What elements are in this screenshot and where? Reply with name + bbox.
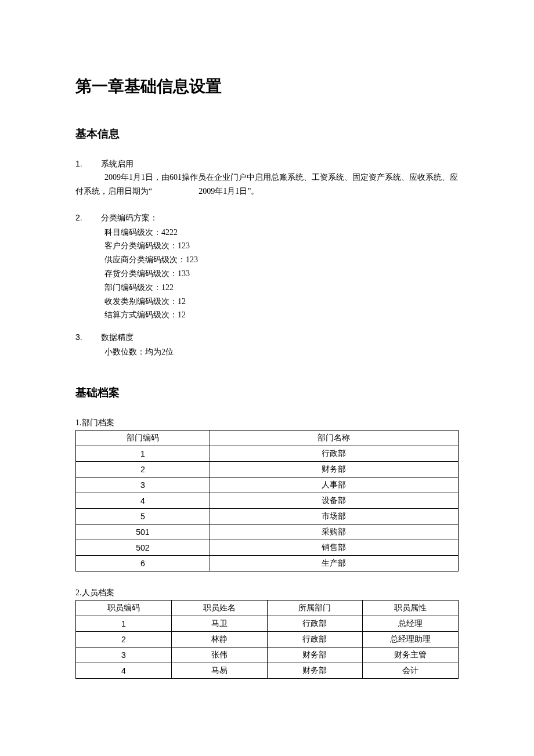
paragraph-text-mid: 2009年1月1日”。	[199, 187, 259, 196]
dept-name: 采购部	[210, 524, 458, 540]
item-paragraph: 2009年1月1日，由601操作员在企业门户中启用总账系统、工资系统、固定资产系…	[75, 171, 459, 198]
staff-code: 4	[76, 663, 172, 678]
staff-code: 1	[76, 616, 172, 631]
item-label: 数据精度	[101, 333, 134, 342]
staff-code: 2	[76, 631, 172, 647]
staff-role: 总经理助理	[363, 631, 459, 647]
staff-code: 3	[76, 647, 172, 663]
coding-line: 科目编码级次：4222	[104, 226, 459, 240]
coding-lines: 科目编码级次：4222 客户分类编码级次：123 供应商分类编码级次：123 存…	[104, 226, 459, 323]
table-title-department: 1.部门档案	[75, 418, 459, 428]
coding-line: 结算方式编码级次：12	[104, 308, 459, 322]
staff-dept: 行政部	[267, 616, 363, 631]
staff-dept: 财务部	[267, 647, 363, 663]
dept-code: 2	[76, 461, 210, 477]
dept-name: 财务部	[210, 461, 458, 477]
dept-code: 501	[76, 524, 210, 540]
staff-table: 职员编码 职员姓名 所属部门 职员属性 1 马卫 行政部 总经理 2 林静 行政…	[75, 600, 459, 679]
section-basic-archive-title: 基础档案	[75, 385, 459, 400]
staff-dept: 行政部	[267, 631, 363, 647]
dept-code: 3	[76, 477, 210, 493]
chapter-title: 第一章基础信息设置	[75, 75, 459, 97]
staff-dept: 财务部	[267, 663, 363, 678]
table-row: 6生产部	[76, 555, 459, 571]
item-number: 2.	[75, 213, 99, 222]
staff-role: 会计	[363, 663, 459, 678]
dept-code: 1	[76, 446, 210, 461]
staff-role: 总经理	[363, 616, 459, 631]
table-row: 1 马卫 行政部 总经理	[76, 616, 459, 631]
table-row: 5市场部	[76, 508, 459, 524]
table-header: 职员属性	[363, 600, 459, 616]
list-item-precision: 3. 数据精度 小数位数：均为2位	[75, 332, 459, 359]
dept-name: 人事部	[210, 477, 458, 493]
table-row: 501采购部	[76, 524, 459, 540]
staff-name: 马易	[171, 663, 267, 678]
table-header: 部门编码	[76, 430, 210, 446]
staff-role: 财务主管	[363, 647, 459, 663]
dept-name: 生产部	[210, 555, 458, 571]
staff-name: 马卫	[171, 616, 267, 631]
table-header: 职员编码	[76, 600, 172, 616]
table-row: 4 马易 财务部 会计	[76, 663, 459, 678]
dept-code: 4	[76, 493, 210, 508]
list-item-system-start: 1. 系统启用 2009年1月1日，由601操作员在企业门户中启用总账系统、工资…	[75, 159, 459, 198]
dept-name: 销售部	[210, 540, 458, 555]
table-title-staff: 2.人员档案	[75, 588, 459, 598]
dept-name: 行政部	[210, 446, 458, 461]
item-label: 分类编码方案：	[101, 214, 158, 222]
coding-line: 供应商分类编码级次：123	[104, 253, 459, 267]
staff-name: 张伟	[171, 647, 267, 663]
table-row: 4设备部	[76, 493, 459, 508]
section-basic-info-title: 基本信息	[75, 126, 459, 142]
coding-line: 客户分类编码级次：123	[104, 239, 459, 253]
table-header: 部门名称	[210, 430, 458, 446]
list-item-coding-scheme: 2. 分类编码方案： 科目编码级次：4222 客户分类编码级次：123 供应商分…	[75, 213, 459, 323]
paragraph-text-pre: 2009年1月1日，由601操作员在企业门户中启用总账系统、工资系统、固定资产系…	[75, 173, 458, 196]
table-row: 1行政部	[76, 446, 459, 461]
dept-code: 5	[76, 508, 210, 524]
table-row: 3人事部	[76, 477, 459, 493]
table-row: 2财务部	[76, 461, 459, 477]
table-header: 所属部门	[267, 600, 363, 616]
coding-line: 部门编码级次：122	[104, 281, 459, 295]
table-header: 职员姓名	[171, 600, 267, 616]
table-row: 502销售部	[76, 540, 459, 555]
item-number: 1.	[75, 159, 99, 168]
staff-name: 林静	[171, 631, 267, 647]
dept-code: 6	[76, 555, 210, 571]
table-row: 2 林静 行政部 总经理助理	[76, 631, 459, 647]
coding-line: 存货分类编码级次：133	[104, 267, 459, 281]
item-label: 系统启用	[101, 160, 134, 168]
dept-name: 市场部	[210, 508, 458, 524]
dept-code: 502	[76, 540, 210, 555]
table-row: 3 张伟 财务部 财务主管	[76, 647, 459, 663]
coding-line: 收发类别编码级次：12	[104, 295, 459, 309]
precision-text: 小数位数：均为2位	[104, 345, 459, 359]
dept-name: 设备部	[210, 493, 458, 508]
department-table: 部门编码 部门名称 1行政部 2财务部 3人事部 4设备部 5市场部 501采购…	[75, 430, 459, 571]
item-number: 3.	[75, 332, 99, 342]
